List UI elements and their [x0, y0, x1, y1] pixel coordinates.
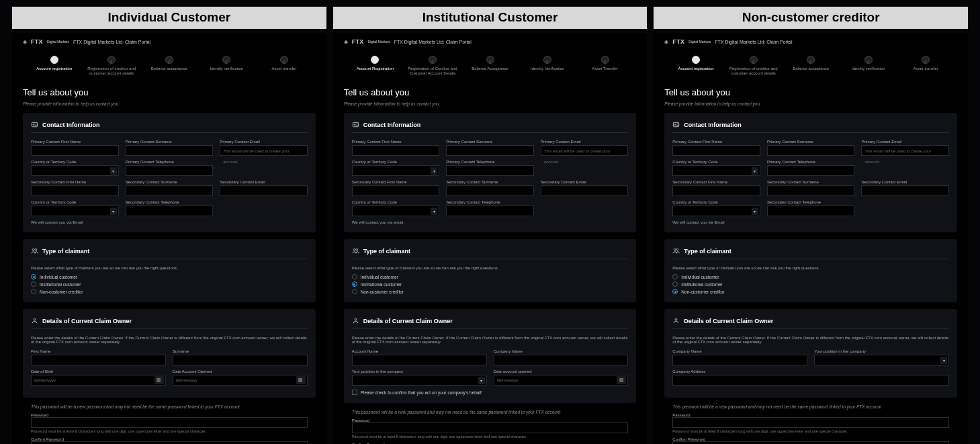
secondary-country-code-input[interactable] [31, 206, 119, 216]
password-note: This password will be a new password and… [672, 404, 949, 409]
primary-country-code-input[interactable] [672, 165, 760, 176]
detail-0-0-input[interactable] [352, 355, 487, 365]
password-input[interactable] [672, 417, 949, 428]
primary-country-code-input[interactable] [352, 165, 440, 176]
primary-email-input[interactable]: This email will be used to create your a… [541, 145, 629, 156]
secondary-email-input[interactable] [541, 185, 629, 196]
secondary-telephone-input[interactable] [446, 206, 534, 216]
radio-label: Institutional customer [361, 282, 402, 287]
primary-email-label: Primary Contact Email [220, 140, 308, 144]
step-dot-icon: ✓ [280, 56, 288, 64]
detail-1-0-input[interactable] [352, 375, 487, 386]
primary-country-code-input[interactable] [31, 165, 119, 176]
primary-telephone-input[interactable] [126, 165, 214, 176]
primary-telephone-input[interactable] [767, 165, 855, 176]
primary-email-input[interactable]: This email will be used to create your a… [861, 145, 949, 156]
detail-1-1-label: Date account opened [494, 369, 629, 373]
secondary-surname-input[interactable] [446, 185, 534, 196]
secondary-email-field: Secondary Contact Email [541, 180, 629, 196]
contact-card: Contact Information Primary Contact Firs… [23, 113, 316, 232]
users-icon [672, 247, 680, 255]
radio-claimant-2[interactable]: Non-customer creditor [352, 289, 629, 294]
radio-claimant-1[interactable]: Institutional customer [672, 281, 949, 287]
detail-1-0-input[interactable] [672, 375, 949, 386]
brand-row: ◈ FTX Digital Markets FTX Digital Market… [23, 38, 316, 45]
detail-0-1-input[interactable] [173, 355, 308, 365]
step-3: ✓ Identity verification [840, 56, 897, 75]
svg-point-11 [675, 124, 676, 126]
primary-surname-input[interactable] [126, 145, 214, 156]
radio-claimant-1[interactable]: Institutional customer [31, 281, 308, 287]
contact-footnote: We will contact you via Email [31, 220, 308, 224]
detail-0-1-label: Surname [173, 349, 308, 353]
page-subtitle: Please provide information to help us co… [344, 101, 637, 106]
detail-0-1-field: Surname [173, 349, 308, 365]
secondary-first-name-input[interactable] [352, 185, 440, 196]
detail-0-0-field: First Name [31, 349, 166, 365]
detail-1-0-label: Your position in the company [352, 369, 487, 373]
claimant-radio-group: Individual customerInstitutional custome… [31, 274, 308, 294]
secondary-telephone-input[interactable] [126, 206, 214, 216]
radio-claimant-1[interactable]: Institutional customer [352, 281, 629, 287]
primary-first-name-input[interactable] [352, 145, 440, 156]
detail-1-1-input[interactable] [173, 375, 308, 386]
secondary-country-code-input[interactable] [672, 206, 760, 216]
step-dot-icon [692, 56, 700, 64]
password-input[interactable] [352, 423, 629, 433]
step-label: Account registration [36, 66, 72, 71]
radio-dot-icon [352, 281, 357, 287]
radio-claimant-0[interactable]: Individual customer [31, 274, 308, 279]
contact-title: Contact Information [672, 121, 949, 133]
primary-surname-field: Primary Contact Surname [446, 140, 534, 156]
step-4: ✓ Asset Transfer [576, 56, 634, 75]
secondary-country-code-input[interactable] [352, 206, 440, 216]
secondary-telephone-input[interactable] [767, 206, 855, 216]
confirm-checkbox[interactable]: Please check to confirm that you act on … [352, 390, 629, 395]
svg-point-4 [34, 318, 36, 320]
detail-0-0-input[interactable] [672, 355, 807, 365]
primary-email-label: Primary Contact Email [541, 140, 629, 144]
primary-email-input[interactable]: This email will be used to create your a… [220, 145, 308, 156]
radio-label: Non-customer creditor [361, 290, 404, 294]
step-label: Identity verification [210, 66, 244, 71]
secondary-surname-input[interactable] [767, 185, 855, 196]
radio-claimant-2[interactable]: Non-customer creditor [31, 289, 308, 294]
step-dot-icon: ✓ [864, 56, 873, 64]
secondary-telephone-field: Secondary Contact Telephone [446, 200, 534, 216]
primary-surname-input[interactable] [767, 145, 855, 156]
step-2: ✓ Balance acceptance [140, 56, 198, 75]
detail-1-0-input[interactable] [31, 375, 166, 386]
confirm-password-input[interactable] [31, 441, 308, 444]
brand-dm: Digital Markets [688, 40, 711, 44]
detail-0-0-input[interactable] [31, 355, 166, 365]
radio-claimant-2[interactable]: Non-customer creditor [672, 289, 949, 294]
detail-1-1-input[interactable] [494, 375, 629, 386]
detail-0-0-label: First Name [31, 349, 166, 353]
detail-1-0-label: Company Address [672, 369, 949, 373]
step-3: ✓ Identity verification [198, 56, 256, 75]
secondary-email-field: Secondary Contact Email [220, 180, 308, 196]
secondary-country-code-field: Country or Territory Code ▾ [31, 200, 119, 216]
secondary-first-name-input[interactable] [672, 185, 760, 196]
confirm-password-input[interactable] [672, 441, 949, 444]
primary-first-name-input[interactable] [672, 145, 760, 156]
secondary-first-name-input[interactable] [31, 185, 119, 196]
step-dot-icon: ✓ [165, 56, 173, 64]
detail-0-1-input[interactable] [494, 355, 629, 365]
detail-0-1-input[interactable] [814, 355, 949, 365]
details-prompt: Please enter the details of the Current … [352, 336, 629, 344]
step-label: Account Registration [357, 66, 394, 71]
person-icon [31, 317, 38, 324]
password-block: This password will be a new password and… [23, 404, 316, 444]
radio-claimant-0[interactable]: Individual customer [672, 274, 949, 279]
secondary-email-input[interactable] [220, 185, 308, 196]
primary-surname-input[interactable] [446, 145, 534, 156]
primary-country-code-field: Country or Territory Code ▾ [31, 160, 119, 176]
page-subtitle: Please provide information to help us co… [664, 101, 957, 106]
secondary-email-input[interactable] [861, 185, 949, 196]
password-input[interactable] [31, 417, 308, 428]
radio-claimant-0[interactable]: Individual customer [352, 274, 629, 279]
primary-telephone-input[interactable] [446, 165, 534, 176]
secondary-surname-input[interactable] [126, 185, 214, 196]
primary-first-name-input[interactable] [31, 145, 119, 156]
